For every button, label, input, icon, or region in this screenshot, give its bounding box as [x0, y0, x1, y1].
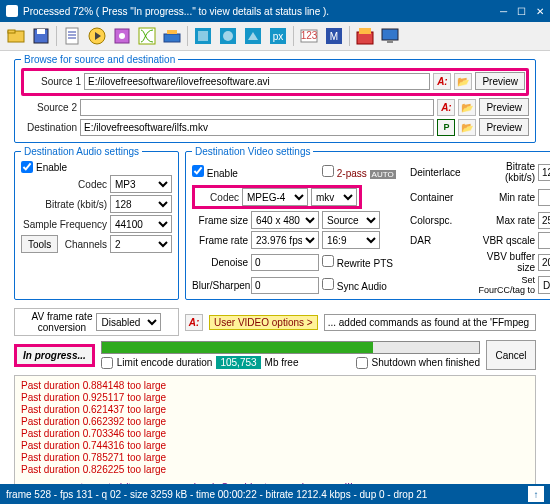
browse-icon[interactable]: 📂 [458, 99, 476, 116]
tool-ff-icon[interactable] [135, 24, 159, 48]
tool-blue2-icon[interactable] [216, 24, 240, 48]
up-arrow-icon[interactable]: ↑ [528, 486, 544, 502]
denoise-label: Denoise [192, 257, 248, 268]
vbv-input[interactable] [538, 254, 550, 271]
tool-mon-icon[interactable] [378, 24, 402, 48]
tool-blue4-icon[interactable]: px [266, 24, 290, 48]
status-bar: frame 528 - fps 131 - q 02 - size 3259 k… [0, 484, 550, 504]
audio-ch-label: Channels [61, 239, 107, 250]
video-enable-check[interactable] [192, 165, 204, 177]
font-a-icon[interactable]: A: [185, 314, 203, 331]
blur-label: Blur/Sharpen [192, 280, 248, 291]
toolbar: px 123 M [0, 22, 550, 51]
rewrite-check[interactable] [322, 255, 334, 267]
browse-icon[interactable]: 📂 [454, 73, 472, 90]
log-line: Past duration 0.826225 too large [21, 464, 529, 476]
source2-label: Source 2 [21, 102, 77, 113]
audio-ch-select[interactable]: 2 [110, 235, 172, 253]
tool-blue3-icon[interactable] [241, 24, 265, 48]
video-br-input[interactable] [538, 164, 550, 181]
fs-select[interactable]: 640 x 480 [251, 211, 319, 229]
vbr-label: VBR qscale [475, 235, 535, 246]
font-a-icon[interactable]: A: [433, 73, 451, 90]
svg-point-7 [119, 33, 125, 39]
audio-group: Destination Audio settings Enable CodecM… [14, 146, 179, 300]
user-video-options[interactable]: User VIDEO options > [209, 315, 318, 330]
cancel-button[interactable]: Cancel [486, 340, 536, 370]
maximize-button[interactable]: ☐ [517, 6, 526, 17]
video-codec-label: Codec [197, 192, 239, 203]
vbr-input[interactable] [538, 232, 550, 249]
svg-text:123: 123 [301, 30, 318, 41]
window-title: Processed 72% ( Press "In progress..." t… [23, 6, 329, 17]
avframe-box: AV frame rateconversion Disabled [14, 308, 179, 336]
source1-label: Source 1 [25, 76, 81, 87]
limit-check[interactable] [101, 357, 113, 369]
svg-rect-4 [66, 28, 78, 44]
denoise-input[interactable] [251, 254, 319, 271]
font-a-icon[interactable]: A: [437, 99, 455, 116]
svg-rect-10 [167, 30, 177, 34]
deint-label: Deinterlace [410, 167, 472, 178]
container-select[interactable]: mkv [311, 188, 357, 206]
dest-label: Destination [21, 122, 77, 133]
min-input[interactable] [538, 189, 550, 206]
tools-button[interactable]: Tools [21, 235, 58, 253]
tool-doc1-icon[interactable] [60, 24, 84, 48]
audio-sf-select[interactable]: 44100 [110, 215, 172, 233]
tool-play-icon[interactable] [85, 24, 109, 48]
status-text: frame 528 - fps 131 - q 02 - size 3259 k… [6, 489, 427, 500]
tool-123-icon[interactable]: 123 [297, 24, 321, 48]
two-pass-check[interactable] [322, 165, 334, 177]
tool-m-icon[interactable]: M [322, 24, 346, 48]
fs-source-select[interactable]: Source [322, 211, 380, 229]
p-icon[interactable]: P [437, 119, 455, 136]
max-input[interactable] [538, 212, 550, 229]
svg-rect-3 [37, 29, 45, 34]
sync-check[interactable] [322, 278, 334, 290]
video-group: Destination Video settings Enable 2-pass… [185, 146, 550, 300]
app-icon [6, 5, 18, 17]
close-button[interactable]: ✕ [536, 6, 544, 17]
log-line: Past duration 0.785271 too large [21, 452, 529, 464]
audio-codec-label: Codec [21, 179, 107, 190]
minimize-button[interactable]: ─ [500, 6, 507, 17]
progress-bar [101, 341, 480, 354]
dest-input[interactable] [80, 119, 434, 136]
fs-label: Frame size [192, 215, 248, 226]
svg-text:M: M [330, 31, 338, 42]
source2-input[interactable] [80, 99, 434, 116]
log-line: Past duration 0.925117 too large [21, 392, 529, 404]
tool-blue1-icon[interactable] [191, 24, 215, 48]
log-line: Past duration 0.744316 too large [21, 440, 529, 452]
preview1-button[interactable]: Preview [475, 72, 525, 90]
fr-select[interactable]: 23.976 fps [251, 231, 319, 249]
tool-save-icon[interactable] [29, 24, 53, 48]
min-label: Min rate [475, 192, 535, 203]
audio-sf-label: Sample Frequency [21, 219, 107, 230]
options-text[interactable] [324, 314, 536, 331]
container-label: Container [410, 192, 472, 203]
tool-anim-icon[interactable] [110, 24, 134, 48]
browse-icon[interactable]: 📂 [458, 119, 476, 136]
in-progress-button[interactable]: In progress... [14, 344, 95, 367]
audio-bitrate-label: Bitrate (kbit/s) [21, 199, 107, 210]
tool-proc-icon[interactable] [353, 24, 377, 48]
tool-open-icon[interactable] [4, 24, 28, 48]
audio-bitrate-select[interactable]: 128 [110, 195, 172, 213]
avframe-select[interactable]: Disabled [96, 313, 161, 331]
log-line: Past duration 0.662392 too large [21, 416, 529, 428]
title-bar: Processed 72% ( Press "In progress..." t… [0, 0, 550, 22]
tool-hw-icon[interactable] [160, 24, 184, 48]
shutdown-check[interactable] [356, 357, 368, 369]
preview2-button[interactable]: Preview [479, 98, 529, 116]
log-line: Past duration 0.621437 too large [21, 404, 529, 416]
video-codec-select[interactable]: MPEG-4 [242, 188, 308, 206]
blur-input[interactable] [251, 277, 319, 294]
audio-codec-select[interactable]: MP3 [110, 175, 172, 193]
source1-input[interactable] [84, 73, 430, 90]
aspect-select[interactable]: 16:9 [322, 231, 380, 249]
audio-enable-check[interactable] [21, 161, 33, 173]
fcc-select[interactable]: DIVX [538, 276, 550, 294]
preview3-button[interactable]: Preview [479, 118, 529, 136]
